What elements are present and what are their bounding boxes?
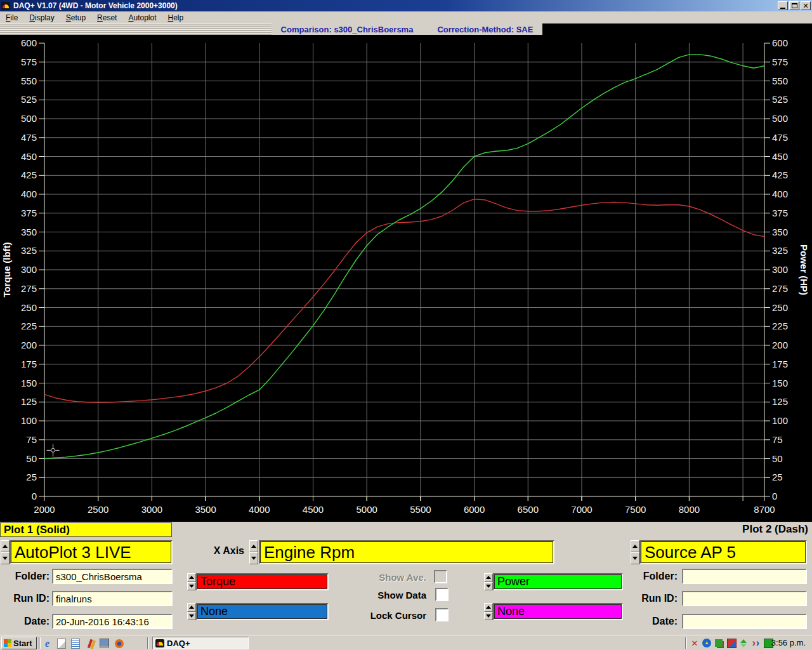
- plot1-folder-field[interactable]: s300_ChrisBoersma: [52, 569, 173, 584]
- show-ave-checkbox: [434, 570, 447, 583]
- spin-up-icon[interactable]: [1, 540, 10, 552]
- menu-autoplot[interactable]: Autoplot: [122, 12, 162, 23]
- lock-cursor-checkbox[interactable]: [435, 608, 449, 621]
- plot2-channel2-field[interactable]: None: [493, 603, 623, 620]
- svg-text:25: 25: [772, 472, 783, 482]
- show-data-label: Show Data: [348, 590, 426, 600]
- svg-text:350: 350: [21, 227, 37, 237]
- minimize-button[interactable]: [778, 1, 788, 10]
- menu-help[interactable]: Help: [162, 12, 190, 23]
- svg-text:0: 0: [32, 491, 37, 501]
- start-button[interactable]: Start: [1, 637, 37, 649]
- x-axis-spinner[interactable]: [249, 540, 258, 564]
- menu-bar: File Display Setup Reset Autoplot Help: [0, 11, 812, 23]
- plot2-header: Plot 2 (Dash): [742, 523, 808, 536]
- plot1-date-label: Date:: [0, 616, 49, 627]
- dyno-chart[interactable]: 2000250030003500400045005000550060006500…: [0, 23, 812, 522]
- tray-update-icon[interactable]: [714, 638, 724, 648]
- tray-alert-icon[interactable]: ▲: [702, 638, 712, 648]
- plot1-folder-label: Folder:: [0, 571, 49, 582]
- taskbar-divider: [39, 637, 41, 649]
- svg-text:575: 575: [21, 56, 37, 67]
- svg-text:225: 225: [21, 321, 37, 331]
- maximize-icon: [792, 3, 797, 8]
- plot1-channel2-spinner[interactable]: [187, 603, 196, 620]
- daq-task-button[interactable]: DAQ+: [152, 637, 249, 649]
- plot1-source-field[interactable]: AutoPlot 3 LIVE: [10, 540, 173, 564]
- correction-method-text: Correction-Method: SAE: [437, 25, 533, 34]
- plot2-source-field[interactable]: Source AP 5: [639, 540, 807, 564]
- plot2-channel2-spinner[interactable]: [484, 603, 493, 620]
- spin-up-icon[interactable]: [631, 540, 639, 552]
- tray-network-icon[interactable]: [738, 638, 749, 648]
- maximize-button[interactable]: [789, 1, 799, 10]
- close-button[interactable]: ✕: [801, 1, 811, 10]
- svg-text:300: 300: [772, 264, 788, 275]
- comparison-info: Comparison: s300_ChrisBoersma Correction…: [272, 23, 542, 35]
- plot1-source-spinner[interactable]: [1, 540, 10, 564]
- svg-text:450: 450: [21, 151, 37, 162]
- paint-icon[interactable]: [84, 638, 95, 649]
- svg-text:450: 450: [772, 151, 788, 162]
- svg-text:150: 150: [21, 378, 37, 388]
- menu-file[interactable]: File: [0, 12, 23, 23]
- menu-setup[interactable]: Setup: [60, 12, 91, 23]
- plot2-source-spinner[interactable]: [631, 540, 639, 564]
- tray-disconnect-icon[interactable]: ✕: [690, 638, 700, 648]
- svg-text:550: 550: [772, 76, 788, 86]
- plot2-date-field[interactable]: [682, 614, 807, 629]
- daq-app-icon: [155, 639, 164, 647]
- spin-up-icon[interactable]: [187, 603, 196, 612]
- show-desktop-icon[interactable]: [99, 638, 110, 649]
- spin-up-icon[interactable]: [484, 573, 493, 582]
- plot1-date-field[interactable]: 20-Jun-2016 16:43:16: [52, 614, 173, 629]
- svg-text:2000: 2000: [34, 504, 55, 515]
- svg-text:250: 250: [21, 302, 37, 313]
- svg-text:225: 225: [772, 321, 788, 331]
- menu-reset[interactable]: Reset: [91, 12, 122, 23]
- spin-down-icon[interactable]: [1, 552, 10, 564]
- tray-divider: [685, 637, 687, 649]
- svg-text:4000: 4000: [249, 504, 270, 515]
- spin-down-icon[interactable]: [631, 552, 639, 564]
- svg-text:250: 250: [772, 302, 788, 313]
- spin-up-icon[interactable]: [249, 540, 258, 552]
- spin-up-icon[interactable]: [187, 573, 196, 582]
- spin-up-icon[interactable]: [484, 603, 493, 612]
- spin-down-icon[interactable]: [484, 612, 493, 621]
- svg-text:200: 200: [772, 340, 788, 350]
- firefox-icon[interactable]: [114, 638, 124, 649]
- plot2-folder-field[interactable]: [682, 569, 807, 584]
- internet-explorer-icon[interactable]: e: [42, 638, 53, 649]
- svg-text:275: 275: [772, 283, 788, 294]
- svg-text:2500: 2500: [88, 504, 108, 515]
- daq-app-icon: [1, 2, 10, 10]
- spin-down-icon[interactable]: [484, 582, 493, 591]
- x-axis-label: X Axis: [190, 545, 244, 557]
- tray-chevrons-icon[interactable]: ›: [750, 638, 761, 648]
- x-axis-field[interactable]: Engine Rpm: [259, 540, 554, 564]
- plot1-channel2-field[interactable]: None: [196, 603, 329, 620]
- tray-security-icon[interactable]: [726, 638, 737, 648]
- spin-down-icon[interactable]: [187, 612, 196, 621]
- plot1-channel1-spinner[interactable]: [187, 573, 196, 590]
- plot2-channel1-spinner[interactable]: [484, 573, 493, 590]
- svg-text:575: 575: [772, 56, 788, 67]
- svg-text:325: 325: [772, 245, 788, 256]
- svg-text:5500: 5500: [410, 504, 431, 515]
- svg-text:375: 375: [772, 208, 788, 218]
- plot2-channel1-field[interactable]: Power: [493, 573, 623, 590]
- spin-down-icon[interactable]: [187, 582, 196, 591]
- menu-display[interactable]: Display: [23, 12, 60, 23]
- show-data-checkbox[interactable]: [435, 588, 449, 601]
- svg-text:600: 600: [772, 37, 788, 48]
- svg-text:300: 300: [21, 264, 37, 275]
- document-editor-icon[interactable]: [56, 638, 67, 649]
- notes-icon[interactable]: [70, 638, 81, 649]
- svg-text:525: 525: [772, 94, 788, 105]
- spin-down-icon[interactable]: [249, 552, 258, 564]
- plot1-run-id-field[interactable]: finalruns: [52, 591, 173, 606]
- minimize-icon: [780, 8, 785, 9]
- plot2-run-id-field[interactable]: [682, 591, 807, 606]
- plot1-channel1-field[interactable]: Torque: [196, 573, 329, 590]
